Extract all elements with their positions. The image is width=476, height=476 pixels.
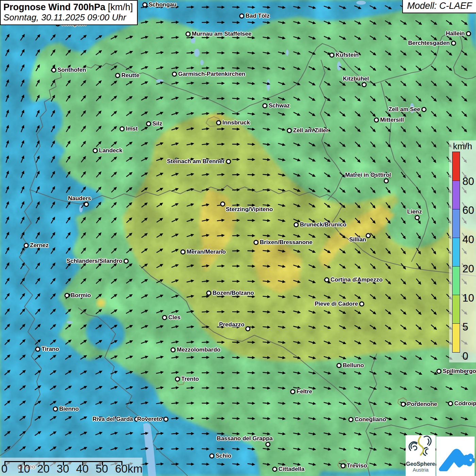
wind-arrow [384,462,393,467]
wind-arrow [369,217,377,225]
city-label: Kitzbühel [343,75,369,82]
wind-arrow [171,371,179,375]
wind-arrow [293,279,301,284]
wind-arrow [50,292,57,300]
wind-arrow [232,417,240,420]
wind-arrow [369,385,377,391]
wind-arrow [248,341,255,344]
wind-arrow [217,112,225,116]
wind-arrow [34,33,41,41]
wind-arrow [80,415,88,421]
wind-arrow [35,155,41,163]
wind-arrow [262,173,271,176]
wind-arrow [80,49,88,56]
wind-arrow [430,202,437,210]
wind-arrow [171,20,179,24]
wind-arrow [232,265,240,268]
wind-arrow [186,218,195,223]
wind-arrow [232,128,240,131]
wind-arrow [140,95,149,102]
wind-arrow [430,354,438,361]
wind-arrow [171,141,180,147]
city-marker [146,121,151,126]
wind-arrow [34,445,42,452]
wind-arrow [461,110,468,118]
wind-arrow [461,125,468,133]
wind-arrow [49,369,57,376]
city-label: Meran/Merano [187,249,226,255]
wind-arrow [430,186,437,194]
wind-arrow [415,65,423,72]
wind-arrow [308,447,316,451]
wind-arrow [262,81,271,86]
city-marker [239,14,244,19]
wind-arrow [308,96,316,102]
wind-arrow [95,186,103,193]
wind-arrow [19,231,26,239]
wind-arrow [80,79,87,87]
wind-arrow [35,79,41,87]
wind-arrow [262,295,271,299]
wind-arrow [186,279,194,284]
city-marker [220,202,225,207]
map-title: Prognose Wind 700hPa [km/h] [3,2,133,12]
wind-arrow [415,80,423,87]
wind-arrow [384,65,392,72]
wind-arrow [293,417,301,421]
wind-arrow [232,66,240,70]
wind-arrow [5,124,10,133]
wind-arrow [80,155,87,163]
wind-arrow [65,109,72,117]
wind-arrow [125,324,134,330]
wind-arrow [171,309,180,314]
wind-arrow [50,109,56,117]
wind-arrow [80,94,87,102]
wind-arrow [4,216,10,224]
city-marker [294,222,299,227]
wind-arrow [354,446,362,452]
wind-arrow [278,233,286,238]
wind-arrow [4,353,12,361]
wind-arrow [217,417,225,420]
wind-arrow [80,170,87,178]
wind-arrow [156,340,164,345]
wind-arrow [262,188,271,192]
wind-arrow [95,231,103,239]
wind-arrow [140,355,149,360]
wind-arrow [293,141,301,147]
wind-arrow [50,201,56,209]
wind-arrow [19,338,27,345]
wind-arrow [4,201,10,209]
wind-arrow [186,111,194,116]
wind-arrow [64,445,72,452]
wind-arrow [65,124,72,133]
city-label: Sillian [349,236,366,243]
wind-arrow [20,109,26,118]
wind-arrow [202,51,209,54]
wind-arrow [293,5,301,10]
wind-arrow [415,370,423,376]
city-marker [384,178,389,184]
wind-arrow [50,94,56,102]
wind-arrow [323,248,332,254]
wind-arrow [19,430,27,437]
city-marker [171,347,176,353]
wind-arrow [95,323,103,330]
wind-arrow [278,142,286,147]
wind-arrow [400,80,407,87]
wind-arrow [34,307,42,315]
wind-arrow [19,33,26,41]
wind-arrow [186,81,194,85]
wind-arrow [171,355,179,360]
wind-arrow [171,263,180,269]
wind-arrow [400,186,407,194]
wind-arrow [308,264,317,269]
wind-arrow [156,401,164,405]
wind-arrow [4,307,11,316]
wind-arrow [385,156,392,164]
wind-arrow [247,81,255,85]
city-marker [437,369,442,374]
wind-arrow [64,415,72,421]
wind-arrow [202,112,210,116]
wind-arrow [415,186,422,194]
